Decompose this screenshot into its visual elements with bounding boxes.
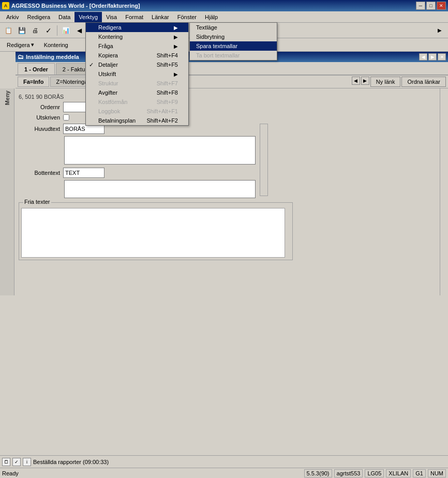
verktyg-item-kontering[interactable]: Kontering ▶ xyxy=(86,32,188,41)
inner-nav-row: Fa=Info Z=Noteringar Loggbok Betalningsp… xyxy=(16,76,448,88)
verktyg-item-betalningsplan[interactable]: Betalningsplan Shift+Alt+F2 xyxy=(86,116,188,125)
spara-textmallar-text: Spara textmallar xyxy=(196,43,237,49)
title-bar: A AGRESSO Business World - [Order/faktur… xyxy=(0,0,448,11)
report-info-icon[interactable]: i xyxy=(23,458,31,466)
minimize-button[interactable]: ─ xyxy=(416,2,425,10)
bottentext-input[interactable] xyxy=(63,168,104,178)
verktyg-item-utskrift[interactable]: Utskrift ▶ xyxy=(86,69,188,79)
utskriven-label: Utskriven xyxy=(19,114,60,121)
kopiera-shortcut: Shift+F4 xyxy=(157,52,178,58)
ordna-lankar-btn[interactable]: Ordna länkar xyxy=(401,77,446,87)
main-text-area[interactable] xyxy=(64,136,256,165)
app-window: A AGRESSO Business World - [Order/faktur… xyxy=(0,0,448,478)
report-check-icon[interactable]: ✓ xyxy=(12,458,21,466)
submenu-textlage[interactable]: Textläge xyxy=(190,23,277,32)
menu-verktyg[interactable]: Verktyg xyxy=(74,12,102,22)
menu-hjalp[interactable]: Hjälp xyxy=(201,12,222,22)
menu-data[interactable]: Data xyxy=(54,12,74,22)
kostforman-shortcut: Shift+F9 xyxy=(157,99,178,105)
status-locale: LG05 xyxy=(365,469,384,477)
menu-fonster[interactable]: Fönster xyxy=(173,12,201,22)
kontering-text: Kontering xyxy=(98,34,123,40)
verktyg-item-fraga[interactable]: Fråga ▶ xyxy=(86,41,188,51)
maximize-button[interactable]: □ xyxy=(426,2,436,10)
toolbar-back[interactable]: ◀ xyxy=(73,24,85,37)
submenu-spara-textmallar[interactable]: Spara textmallar xyxy=(190,41,277,51)
scroll-arrows: ◀ ▶ xyxy=(352,77,369,87)
toolbar-checkmark[interactable]: ✓ xyxy=(42,24,55,37)
fria-texter-textarea[interactable] xyxy=(21,208,285,258)
sec-btn-redigera[interactable]: Redigera ▾ xyxy=(2,39,39,51)
ta-bort-textmallar-text: Ta bort textmallar xyxy=(196,52,240,58)
right-scrollbar[interactable] xyxy=(260,124,268,196)
status-user: agrtst553 xyxy=(334,469,363,477)
submenu-sidbrytning[interactable]: Sidbrytning xyxy=(190,32,277,41)
content-area: 🗂 Inställning meddela ◀ ▶ ✕ 1 - Order 2 … xyxy=(0,52,448,295)
verktyg-dropdown: Redigera ▶ Kontering ▶ Fråga ▶ Kopiera S… xyxy=(85,22,189,126)
utskrift-arrow-icon: ▶ xyxy=(174,71,178,77)
bottom-text-area[interactable] xyxy=(64,180,256,198)
menu-redigera[interactable]: Redigera xyxy=(23,12,54,22)
inner-scroll-right[interactable]: ▶ xyxy=(428,53,437,61)
sidebar-icon-1[interactable]: Meny xyxy=(4,91,10,105)
toolbar-save[interactable]: 💾 xyxy=(16,24,28,37)
menu-format[interactable]: Format xyxy=(121,12,147,22)
inner-window-label: Inställning meddela xyxy=(26,54,79,60)
status-ready: Ready xyxy=(2,470,19,476)
betalningsplan-text: Betalningsplan xyxy=(98,117,136,124)
detaljer-text: Detaljer xyxy=(98,62,118,68)
nav-tab-fa-info[interactable]: Fa=Info xyxy=(18,77,49,87)
title-bar-left: A AGRESSO Business World - [Order/faktur… xyxy=(2,2,140,9)
redigera-text: Redigera xyxy=(98,24,122,31)
scroll-right[interactable]: ▶ xyxy=(361,77,369,85)
redigera-arrow: ▾ xyxy=(31,41,34,48)
ordernr-label: Ordernr xyxy=(19,104,60,110)
menu-lankar[interactable]: Länkar xyxy=(147,12,173,22)
left-sidebar: Meny xyxy=(0,88,14,295)
submenu-ta-bort-textmallar: Ta bort textmallar xyxy=(190,51,277,60)
app-icon: A xyxy=(2,2,9,9)
toolbar-chart[interactable]: 📊 xyxy=(59,24,72,37)
detaljer-shortcut: Shift+F5 xyxy=(157,62,178,68)
toolbar-sep1 xyxy=(57,25,57,36)
utskrift-text: Utskrift xyxy=(98,71,116,77)
right-side-scroll[interactable] xyxy=(440,88,448,295)
scroll-left[interactable]: ◀ xyxy=(352,77,360,85)
toolbar-scroll-right[interactable]: ▶ xyxy=(434,24,446,37)
toolbar-print[interactable]: 🖨 xyxy=(29,24,41,37)
kontering-arrow-icon: ▶ xyxy=(174,34,178,40)
menu-arkiv[interactable]: Arkiv xyxy=(2,12,23,22)
verktyg-item-avgifter[interactable]: Avgifter Shift+F8 xyxy=(86,88,188,97)
inner-close[interactable]: ✕ xyxy=(438,53,446,61)
utskriven-checkbox[interactable] xyxy=(63,114,69,121)
status-company: XLILAN xyxy=(386,469,411,477)
verktyg-item-detaljer[interactable]: ✓ Detaljer Shift+F5 xyxy=(86,60,188,69)
ny-lank-btn[interactable]: Ny länk xyxy=(370,77,401,87)
bottentext-row: Bottentext xyxy=(19,168,256,178)
textlage-text: Textläge xyxy=(196,24,217,31)
menu-visa[interactable]: Visa xyxy=(102,12,121,22)
betalningsplan-shortcut: Shift+Alt+F2 xyxy=(146,117,178,124)
toolbar-new[interactable]: 📋 xyxy=(2,24,14,37)
menu-bar: Arkiv Redigera Data Verktyg Visa Format … xyxy=(0,11,448,23)
verktyg-item-redigera[interactable]: Redigera ▶ xyxy=(86,23,188,32)
title-bar-controls: ─ □ ✕ xyxy=(416,2,446,10)
app-title: AGRESSO Business World - [Order/fakturer… xyxy=(11,3,140,9)
utskriven-row: Utskriven xyxy=(19,114,436,121)
fria-texter-label: Fria texter xyxy=(23,199,51,205)
inner-scroll-left[interactable]: ◀ xyxy=(419,53,427,61)
address-text: 6, 501 90 BORÅS xyxy=(19,94,64,100)
kostforman-text: Kostförmån xyxy=(98,99,127,105)
status-group: G1 xyxy=(413,469,426,477)
avgifter-shortcut: Shift+F8 xyxy=(157,89,178,96)
verktyg-item-kostforman: Kostförmån Shift+F9 xyxy=(86,97,188,107)
tab-order[interactable]: 1 - Order xyxy=(18,63,55,74)
sec-btn-kontering[interactable]: Kontering xyxy=(39,39,73,51)
verktyg-item-kopiera[interactable]: Kopiera Shift+F4 xyxy=(86,51,188,60)
report-icon: 🗒 xyxy=(2,458,10,466)
loggbok-shortcut: Shift+Alt+F1 xyxy=(146,108,178,114)
inner-window-controls: ◀ ▶ ✕ xyxy=(419,53,446,61)
close-button[interactable]: ✕ xyxy=(437,2,446,10)
right-buttons: ◀ ▶ Ny länk Ordna länkar xyxy=(350,77,446,87)
bottentext-label: Bottentext xyxy=(19,170,60,176)
